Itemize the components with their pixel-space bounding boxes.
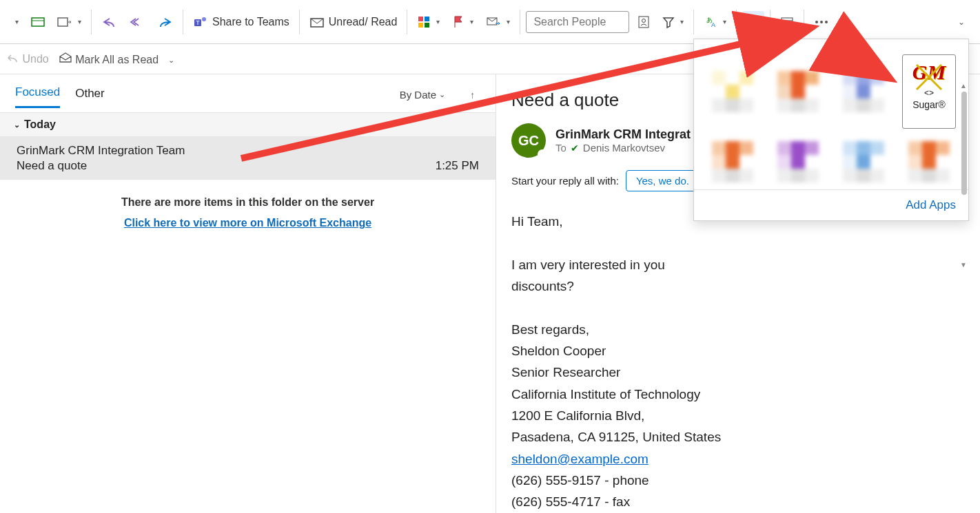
group-header-today[interactable]: ⌄ Today xyxy=(0,112,496,137)
unread-read-button[interactable]: Unread/ Read xyxy=(305,12,402,32)
sig-addr1: 1200 E California Blvd, xyxy=(511,405,965,426)
flag-button[interactable]: ▾ xyxy=(448,11,478,33)
presence-indicator xyxy=(538,149,547,159)
scrollbar-thumb[interactable] xyxy=(961,92,967,195)
svg-point-5 xyxy=(202,17,206,21)
address-book-button[interactable] xyxy=(633,11,654,33)
svg-rect-23 xyxy=(790,24,792,26)
addin-item[interactable] xyxy=(837,54,890,129)
share-teams-button[interactable]: T Share to Teams xyxy=(189,11,294,33)
svg-rect-8 xyxy=(425,17,429,21)
svg-point-26 xyxy=(825,21,828,23)
message-body: Hi Team, I am very interested in you dis… xyxy=(511,211,965,513)
calendar-insights-button[interactable] xyxy=(776,11,798,33)
chevron-down-icon: ⌄ xyxy=(14,121,20,129)
svg-rect-22 xyxy=(788,23,790,26)
tab-focused[interactable]: Focused xyxy=(15,81,60,108)
sort-direction-button[interactable]: ↑ xyxy=(470,90,475,101)
svg-rect-18 xyxy=(748,23,753,28)
svg-rect-7 xyxy=(418,17,423,21)
more-commands-button[interactable] xyxy=(810,15,833,29)
grinmark-logo-icon: GM xyxy=(912,61,946,84)
actionbar-more-button[interactable]: ⌄ xyxy=(168,53,174,65)
search-people-input[interactable] xyxy=(526,11,629,33)
addin-item[interactable] xyxy=(902,141,956,182)
svg-rect-9 xyxy=(418,23,423,28)
forward-icon xyxy=(158,16,173,28)
funnel-icon xyxy=(662,16,675,28)
avatar-initials: GC xyxy=(518,133,539,149)
categories-icon xyxy=(417,15,431,29)
tab-other[interactable]: Other xyxy=(75,83,105,107)
body-signoff: Best regards, xyxy=(511,319,965,340)
addin-item[interactable] xyxy=(772,54,825,129)
undo-button[interactable]: Undo xyxy=(7,53,49,65)
svg-rect-2 xyxy=(58,18,68,26)
svg-rect-17 xyxy=(754,17,759,21)
mark-all-label: Mark All as Read xyxy=(75,54,159,65)
group-label: Today xyxy=(24,118,56,131)
sig-title: Senior Researcher xyxy=(511,362,965,383)
svg-point-24 xyxy=(815,21,818,23)
verified-icon: ✔ xyxy=(571,143,579,154)
to-label: To xyxy=(555,142,566,154)
filter-button[interactable]: ▾ xyxy=(658,12,688,32)
sig-org: California Institute of Technology xyxy=(511,384,965,405)
categories-button[interactable]: ▾ xyxy=(413,11,444,33)
sender-avatar[interactable]: GC xyxy=(511,123,546,158)
view-more-link[interactable]: Click here to view more on Microsoft Exc… xyxy=(0,213,496,233)
reply-icon xyxy=(101,16,116,28)
svg-point-25 xyxy=(820,21,823,23)
more-items-notice: There are more items in this folder on t… xyxy=(0,180,496,213)
sort-by-date[interactable]: By Date ⌄ xyxy=(400,89,445,101)
teams-icon: T xyxy=(193,15,208,29)
svg-text:A: A xyxy=(711,21,715,28)
addin-item[interactable] xyxy=(772,141,825,182)
scroll-down-icon[interactable]: ▼ xyxy=(959,261,968,271)
sig-fax: (626) 555-4717 - fax xyxy=(511,491,965,512)
archive-button[interactable] xyxy=(27,12,49,32)
ribbon-toolbar: ▾ ▾ xyxy=(0,0,980,44)
rules-button[interactable]: ▾ xyxy=(482,11,514,33)
chevron-down-icon: ⌄ xyxy=(439,90,445,99)
suggested-reply-button[interactable]: Yes, we do. xyxy=(626,170,700,191)
translate-button[interactable]: あA ▾ xyxy=(700,11,731,33)
move-button[interactable]: ▾ xyxy=(53,12,85,32)
sig-email-link[interactable]: sheldon@example.com xyxy=(511,452,649,466)
addin-sugar-name: Sugar® xyxy=(912,99,946,110)
reading-from-name: GrinMark CRM Integrat xyxy=(555,127,691,142)
svg-rect-19 xyxy=(754,23,759,28)
mark-all-read-button[interactable]: Mark All as Read xyxy=(59,52,159,66)
message-list-pane: Focused Other By Date ⌄ ↑ ⌄ Today GrinMa… xyxy=(0,74,496,513)
envelope-icon xyxy=(309,16,325,28)
scroll-up-icon[interactable]: ▲ xyxy=(959,82,968,92)
email-row-selected[interactable]: GrinMark CRM Integration Team Need a quo… xyxy=(0,137,496,180)
addin-item[interactable] xyxy=(706,54,759,129)
undo-label: Undo xyxy=(22,53,48,65)
unread-read-label: Unread/ Read xyxy=(329,16,398,28)
sig-name: Sheldon Cooper xyxy=(511,340,965,362)
addin-sugar[interactable]: GM <> Sugar® xyxy=(902,54,956,129)
all-apps-button[interactable] xyxy=(742,11,764,33)
body-line2: discounts? xyxy=(511,279,574,293)
addin-item[interactable] xyxy=(837,141,890,182)
svg-rect-10 xyxy=(425,23,429,28)
sig-addr2: Pasadena, CA 91125, United States xyxy=(511,426,965,448)
svg-text:T: T xyxy=(196,19,200,26)
addin-item[interactable] xyxy=(706,141,759,182)
svg-point-13 xyxy=(642,19,646,22)
svg-rect-16 xyxy=(748,17,753,21)
calendar-icon xyxy=(780,15,794,29)
reply-all-button[interactable] xyxy=(125,12,150,32)
ribbon-collapse-button[interactable]: ⌄ xyxy=(952,13,969,31)
archive-icon xyxy=(31,16,45,28)
forward-button[interactable] xyxy=(154,12,177,32)
ellipsis-icon xyxy=(814,19,829,25)
address-book-icon xyxy=(637,15,650,29)
translate-icon: あA xyxy=(704,15,717,29)
add-apps-link[interactable]: Add Apps xyxy=(694,189,968,220)
rules-icon xyxy=(486,15,501,29)
reply-button[interactable] xyxy=(97,12,121,32)
ribbon-expand-button[interactable]: ▾ xyxy=(10,14,23,30)
move-icon xyxy=(57,16,72,28)
